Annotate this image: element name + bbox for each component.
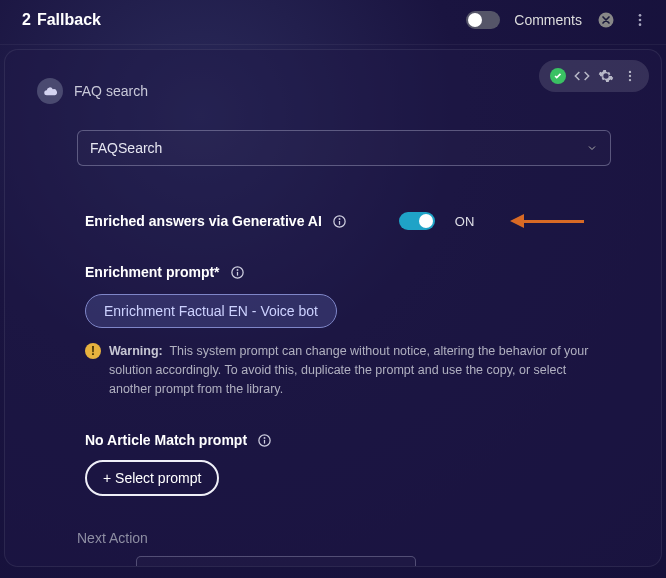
info-icon[interactable] [230, 265, 245, 280]
enriched-answers-toggle[interactable] [399, 212, 435, 230]
select-prompt-button[interactable]: + Select prompt [85, 460, 219, 496]
svg-point-8 [339, 218, 340, 219]
no-article-row: No Article Match prompt [85, 432, 625, 448]
panel-toolbar [539, 60, 649, 92]
no-article-label: No Article Match prompt [85, 432, 247, 448]
svg-point-1 [639, 14, 642, 17]
enrichment-prompt-row: Enrichment prompt* [85, 264, 625, 280]
enriched-answers-row: Enriched answers via Generative AI ON [85, 212, 625, 230]
step-number: 2 [22, 11, 31, 29]
goto-select-value: Next Interaction [147, 564, 245, 567]
comments-label: Comments [514, 12, 582, 28]
svg-point-12 [264, 437, 265, 438]
warning-note: ! Warning: This system prompt can change… [85, 342, 605, 398]
code-icon[interactable] [571, 65, 593, 87]
svg-point-4 [629, 71, 631, 73]
goto-select[interactable]: Next Interaction [136, 556, 416, 567]
info-icon[interactable] [257, 433, 272, 448]
cloud-icon [37, 78, 63, 104]
comments-toggle[interactable] [466, 11, 500, 29]
svg-point-10 [237, 269, 238, 270]
warning-icon: ! [85, 343, 101, 359]
enrichment-prompt-label: Enrichment prompt* [85, 264, 220, 280]
chevron-down-icon [586, 142, 598, 154]
faq-search-select-value: FAQSearch [90, 140, 162, 156]
enriched-answers-state: ON [455, 214, 475, 229]
info-icon[interactable] [332, 214, 347, 229]
warning-title: Warning: [109, 344, 163, 358]
chevron-down-icon [393, 566, 405, 567]
close-icon[interactable] [596, 10, 616, 30]
enriched-answers-label: Enriched answers via Generative AI [85, 213, 322, 229]
panel-more-icon[interactable] [619, 65, 641, 87]
warning-text: This system prompt can change without no… [109, 344, 588, 396]
callout-arrow-icon [510, 215, 584, 227]
faq-search-select[interactable]: FAQSearch [77, 130, 611, 166]
top-bar-actions: Comments [466, 10, 650, 30]
more-menu-icon[interactable] [630, 10, 650, 30]
svg-point-5 [629, 75, 631, 77]
gear-icon[interactable] [595, 65, 617, 87]
page-title: 2 Fallback [22, 11, 101, 29]
top-bar: 2 Fallback Comments [0, 0, 666, 45]
goto-label: Go To: [85, 564, 126, 567]
next-action-section-label: Next Action [77, 530, 625, 546]
svg-point-6 [629, 79, 631, 81]
status-ok-icon[interactable] [547, 65, 569, 87]
svg-point-3 [639, 23, 642, 26]
enrichment-prompt-chip[interactable]: Enrichment Factual EN - Voice bot [85, 294, 337, 328]
next-action-row: Go To: Next Interaction [85, 556, 625, 567]
svg-point-2 [639, 19, 642, 22]
step-title: Fallback [37, 11, 101, 29]
faq-search-panel: FAQ search FAQSearch Enriched answers vi… [4, 49, 662, 567]
panel-title: FAQ search [74, 83, 148, 99]
panel-header: FAQ search [37, 78, 625, 104]
